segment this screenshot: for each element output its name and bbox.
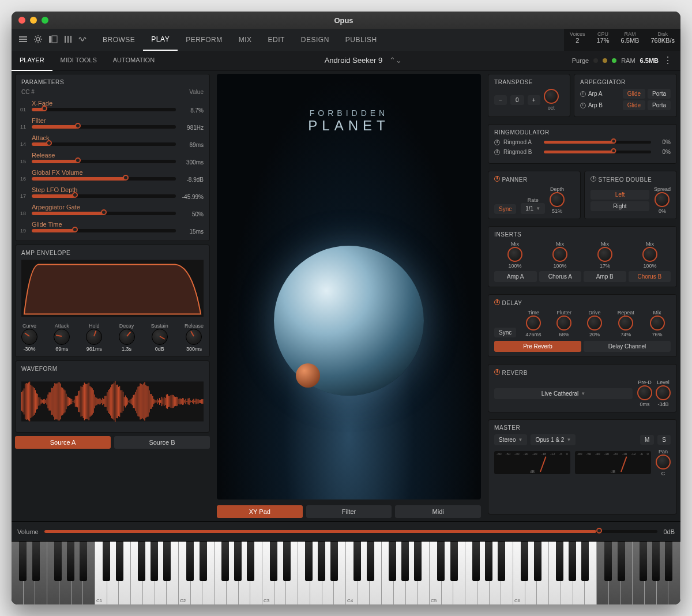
black-key[interactable]	[138, 542, 145, 581]
pan-knob[interactable]: PanC	[656, 449, 671, 476]
param-release[interactable]: 15Release300ms	[21, 149, 204, 167]
param-x-fade[interactable]: 01X-Fade8.7%	[21, 97, 204, 115]
nav-browse[interactable]: BROWSE	[95, 29, 143, 51]
delay-power-icon[interactable]	[494, 299, 500, 305]
black-key[interactable]	[640, 542, 647, 581]
subtab-player[interactable]: PLAYER	[12, 50, 52, 71]
black-key[interactable]	[414, 542, 422, 581]
black-key[interactable]	[103, 542, 110, 581]
env-knob-attack[interactable]: Attack69ms	[54, 323, 70, 352]
black-key[interactable]	[450, 542, 458, 581]
preset-selector[interactable]: Android Seeker 9 ⌃⌄	[163, 56, 564, 65]
source-tab-source-b[interactable]: Source B	[114, 436, 210, 449]
black-key[interactable]	[665, 542, 672, 581]
param-arpeggiator-gate[interactable]: 18Arpeggiator Gate50%	[21, 201, 204, 219]
black-key[interactable]	[151, 542, 158, 581]
black-key[interactable]	[604, 542, 612, 581]
arp-power-icon[interactable]	[580, 103, 586, 108]
black-key[interactable]	[200, 542, 207, 581]
env-knob-release[interactable]: Release300ms	[185, 323, 204, 352]
arp-power-icon[interactable]	[580, 91, 586, 97]
reverb-power-icon[interactable]	[494, 369, 500, 375]
solo-button[interactable]: S	[657, 435, 671, 445]
more-icon[interactable]: ⋮	[663, 55, 672, 66]
delay-knob-drive[interactable]: Drive20%	[587, 310, 602, 337]
reverb-knob-pre-d[interactable]: Pre-D0ms	[637, 380, 652, 407]
env-knob-curve[interactable]: Curve-30%	[21, 323, 37, 352]
center-tab-midi[interactable]: Midi	[395, 505, 481, 518]
black-key[interactable]	[353, 542, 361, 581]
nav-publish[interactable]: PUBLISH	[337, 29, 385, 51]
transpose-up-button[interactable]: +	[528, 95, 540, 105]
source-tab-source-a[interactable]: Source A	[15, 436, 111, 449]
nav-perform[interactable]: PERFORM	[178, 29, 231, 51]
mute-button[interactable]: M	[640, 435, 654, 445]
black-key[interactable]	[498, 542, 505, 581]
zoom-icon[interactable]	[42, 17, 48, 24]
black-key[interactable]	[116, 542, 123, 581]
panner-rate[interactable]: Rate 1/1▼	[521, 197, 545, 214]
insert-mix-amp-a[interactable]: Mix100%	[507, 241, 522, 269]
black-key[interactable]	[270, 542, 277, 581]
porta-button[interactable]: Porta	[648, 89, 671, 99]
xy-pad-area[interactable]: FORBIDDEN PLANET	[217, 74, 481, 499]
black-key[interactable]	[556, 542, 563, 581]
porta-button[interactable]: Porta	[648, 100, 671, 110]
menu-icon[interactable]	[18, 35, 28, 46]
volume-slider[interactable]	[44, 530, 658, 533]
black-key[interactable]	[521, 542, 528, 581]
black-key[interactable]	[305, 542, 313, 581]
nav-play[interactable]: PLAY	[143, 29, 178, 51]
center-tab-filter[interactable]: Filter	[306, 505, 392, 518]
insert-mix-amp-b[interactable]: Mix17%	[597, 241, 612, 269]
minimize-icon[interactable]	[30, 17, 37, 24]
panner-sync-button[interactable]: Sync	[494, 204, 516, 214]
subtab-automation[interactable]: AUTOMATION	[105, 50, 163, 71]
param-filter[interactable]: 11Filter981Hz	[21, 115, 204, 132]
delay-tab-pre-reverb[interactable]: Pre Reverb	[494, 341, 581, 352]
env-knob-hold[interactable]: Hold961ms	[86, 323, 102, 352]
black-key[interactable]	[618, 542, 625, 581]
insert-tab-amp-a[interactable]: Amp A	[494, 271, 537, 282]
insert-tab-chorus-a[interactable]: Chorus A	[539, 271, 582, 282]
nav-design[interactable]: DESIGN	[293, 29, 337, 51]
ringmod-ringmod-b[interactable]: Ringmod B0%	[494, 149, 671, 155]
black-key[interactable]	[163, 542, 171, 581]
env-knob-sustain[interactable]: Sustain0dB	[151, 323, 168, 352]
black-key[interactable]	[283, 542, 291, 581]
stereo-power-icon[interactable]	[591, 176, 596, 182]
black-key[interactable]	[186, 542, 194, 581]
black-key[interactable]	[581, 542, 589, 581]
black-key[interactable]	[234, 542, 242, 581]
param-step-lfo-depth[interactable]: 17Step LFO Depth-45.99%	[21, 184, 204, 201]
master-bus-select[interactable]: Opus 1 & 2▼	[531, 434, 576, 445]
black-key[interactable]	[401, 542, 409, 581]
panner-power-icon[interactable]	[494, 176, 500, 182]
subtab-midi-tools[interactable]: MIDI TOOLS	[52, 50, 105, 71]
stereo-spread-knob[interactable]: Spread0%	[654, 186, 671, 214]
stereo-right-button[interactable]: Right	[591, 201, 649, 211]
black-key[interactable]	[569, 542, 576, 581]
nav-edit[interactable]: EDIT	[260, 29, 292, 51]
black-key[interactable]	[472, 542, 480, 581]
close-icon[interactable]	[18, 17, 25, 24]
master-out-select[interactable]: Stereo▼	[494, 434, 527, 445]
delay-tab-delay-channel[interactable]: Delay Channel	[584, 341, 671, 352]
gear-icon[interactable]	[33, 35, 43, 46]
ringmod-ringmod-a[interactable]: Ringmod A0%	[494, 139, 671, 145]
center-tab-xy-pad[interactable]: XY Pad	[217, 505, 303, 518]
param-attack[interactable]: 14Attack69ms	[21, 132, 204, 149]
delay-knob-mix[interactable]: Mix76%	[650, 310, 665, 337]
envelope-graph[interactable]	[21, 260, 204, 317]
stereo-left-button[interactable]: Left	[591, 190, 649, 200]
insert-mix-chorus-a[interactable]: Mix100%	[552, 241, 567, 269]
keyboard[interactable]: C1C2C3C4C5C6	[12, 541, 680, 604]
delay-knob-time[interactable]: Time476ms	[526, 310, 541, 337]
black-key[interactable]	[652, 542, 660, 581]
delay-knob-flutter[interactable]: Flutter68%	[556, 310, 571, 337]
wave-icon[interactable]	[78, 35, 88, 46]
param-glide-time[interactable]: 19Glide Time15ms	[21, 219, 204, 236]
sliders-icon[interactable]	[63, 35, 73, 46]
reverb-knob-level[interactable]: Level-3dB	[656, 380, 671, 407]
insert-tab-chorus-b[interactable]: Chorus B	[629, 271, 671, 282]
